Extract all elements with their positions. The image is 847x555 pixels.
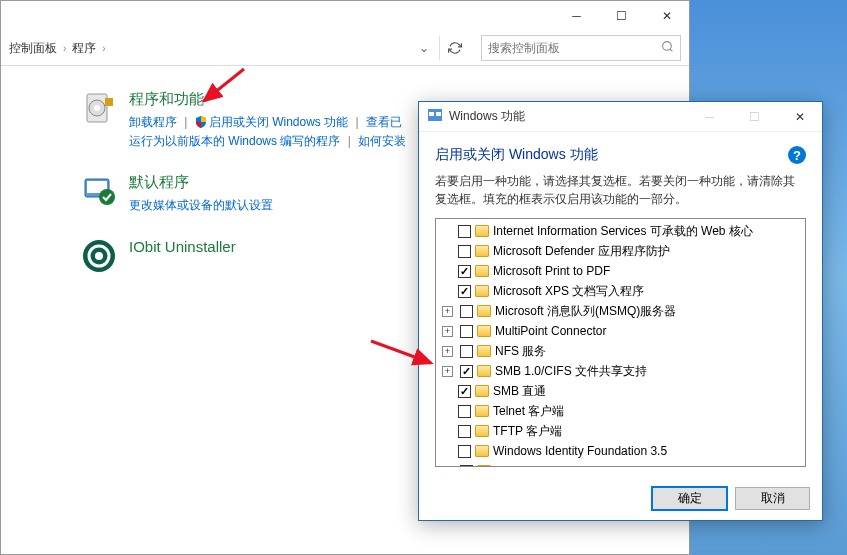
feature-label: Telnet 客户端 [493, 403, 564, 420]
feature-label: Windows PowerShell 2.0 [495, 464, 628, 467]
folder-icon [475, 265, 489, 277]
feature-checkbox[interactable] [460, 465, 473, 468]
feature-label: Windows Identity Foundation 3.5 [493, 444, 667, 458]
shield-icon [195, 115, 207, 127]
breadcrumb-item[interactable]: 程序 [72, 40, 96, 57]
feature-item[interactable]: Microsoft Defender 应用程序防护 [436, 241, 805, 261]
feature-item[interactable]: TFTP 客户端 [436, 421, 805, 441]
svg-point-10 [95, 252, 103, 260]
dialog-heading-row: 启用或关闭 Windows 功能 ? [435, 146, 806, 164]
dialog-titlebar: Windows 功能 ─ ☐ ✕ [419, 102, 822, 132]
folder-icon [477, 305, 491, 317]
feature-label: Internet Information Services 可承载的 Web 核… [493, 223, 753, 240]
ok-button[interactable]: 确定 [652, 487, 727, 510]
section-links: 卸载程序 | 启用或关闭 Windows 功能 | 查看已 运行为以前版本的 W… [129, 113, 406, 151]
folder-icon [475, 385, 489, 397]
expand-toggle[interactable]: + [442, 466, 453, 468]
feature-checkbox[interactable] [458, 225, 471, 238]
section-title: 程序和功能 [129, 90, 406, 109]
main-titlebar: ─ ☐ ✕ [1, 1, 689, 31]
media-defaults-link[interactable]: 更改媒体或设备的默认设置 [129, 198, 273, 212]
feature-checkbox[interactable] [460, 305, 473, 318]
dialog-window-icon [427, 107, 443, 126]
folder-icon [475, 285, 489, 297]
windows-features-dialog: Windows 功能 ─ ☐ ✕ 启用或关闭 Windows 功能 ? 若要启用… [418, 101, 823, 521]
folder-icon [475, 445, 489, 457]
close-button[interactable]: ✕ [644, 1, 689, 31]
maximize-button[interactable]: ☐ [599, 1, 644, 31]
svg-rect-12 [429, 112, 434, 116]
folder-icon [475, 245, 489, 257]
svg-rect-4 [105, 98, 113, 106]
feature-item[interactable]: +Microsoft 消息队列(MSMQ)服务器 [436, 301, 805, 321]
feature-item[interactable]: SMB 直通 [436, 381, 805, 401]
folder-icon [477, 465, 491, 467]
svg-rect-13 [436, 112, 441, 116]
dialog-description: 若要启用一种功能，请选择其复选框。若要关闭一种功能，请清除其复选框。填充的框表示… [435, 172, 806, 208]
expand-toggle[interactable]: + [442, 306, 453, 317]
folder-icon [477, 365, 491, 377]
feature-item[interactable]: Telnet 客户端 [436, 401, 805, 421]
breadcrumb-item[interactable]: 控制面板 [9, 40, 57, 57]
feature-checkbox[interactable] [460, 345, 473, 358]
breadcrumb[interactable]: 控制面板 › 程序 › [9, 40, 106, 57]
feature-checkbox[interactable] [460, 365, 473, 378]
folder-icon [475, 225, 489, 237]
view-installed-link[interactable]: 查看已 [366, 115, 402, 129]
search-input[interactable] [488, 41, 661, 55]
minimize-button[interactable]: ─ [554, 1, 599, 31]
navbar: 控制面板 › 程序 › ⌄ [1, 31, 689, 66]
feature-item[interactable]: Microsoft Print to PDF [436, 261, 805, 281]
dialog-minimize-button[interactable]: ─ [687, 102, 732, 132]
dialog-maximize-button[interactable]: ☐ [732, 102, 777, 132]
expand-toggle[interactable]: + [442, 346, 453, 357]
feature-checkbox[interactable] [458, 445, 471, 458]
history-dropdown-icon[interactable]: ⌄ [419, 41, 429, 55]
expand-toggle[interactable]: + [442, 326, 453, 337]
feature-label: MultiPoint Connector [495, 324, 606, 338]
expand-toggle[interactable]: + [442, 366, 453, 377]
windows-features-link[interactable]: 启用或关闭 Windows 功能 [209, 115, 348, 129]
section-title: IObit Uninstaller [129, 238, 236, 255]
feature-item[interactable]: Internet Information Services 可承载的 Web 核… [436, 221, 805, 241]
dialog-heading: 启用或关闭 Windows 功能 [435, 146, 598, 164]
feature-label: TFTP 客户端 [493, 423, 562, 440]
feature-item[interactable]: +NFS 服务 [436, 341, 805, 361]
dialog-body: 启用或关闭 Windows 功能 ? 若要启用一种功能，请选择其复选框。若要关闭… [419, 132, 822, 477]
search-box[interactable] [481, 35, 681, 61]
svg-point-0 [663, 42, 672, 51]
refresh-button[interactable] [439, 36, 469, 60]
feature-item[interactable]: +Windows PowerShell 2.0 [436, 461, 805, 467]
programs-icon [81, 90, 117, 126]
feature-label: Microsoft Print to PDF [493, 264, 610, 278]
feature-checkbox[interactable] [460, 325, 473, 338]
dialog-window-title: Windows 功能 [449, 108, 525, 125]
how-install-link[interactable]: 如何安装 [358, 134, 406, 148]
feature-checkbox[interactable] [458, 265, 471, 278]
chevron-right-icon: › [63, 43, 66, 54]
feature-checkbox[interactable] [458, 425, 471, 438]
feature-item[interactable]: +MultiPoint Connector [436, 321, 805, 341]
compat-link[interactable]: 运行为以前版本的 Windows 编写的程序 [129, 134, 340, 148]
svg-point-3 [94, 105, 100, 111]
feature-checkbox[interactable] [458, 285, 471, 298]
feature-checkbox[interactable] [458, 245, 471, 258]
dialog-button-bar: 确定 取消 [419, 477, 822, 520]
feature-checkbox[interactable] [458, 405, 471, 418]
search-icon[interactable] [661, 40, 674, 56]
feature-item[interactable]: Windows Identity Foundation 3.5 [436, 441, 805, 461]
folder-icon [475, 425, 489, 437]
iobit-icon [81, 238, 117, 274]
cancel-button[interactable]: 取消 [735, 487, 810, 510]
feature-label: SMB 1.0/CIFS 文件共享支持 [495, 363, 647, 380]
folder-icon [477, 345, 491, 357]
feature-label: Microsoft 消息队列(MSMQ)服务器 [495, 303, 676, 320]
feature-checkbox[interactable] [458, 385, 471, 398]
uninstall-link[interactable]: 卸载程序 [129, 115, 177, 129]
dialog-close-button[interactable]: ✕ [777, 102, 822, 132]
help-icon[interactable]: ? [788, 146, 806, 164]
feature-tree[interactable]: Internet Information Services 可承载的 Web 核… [435, 218, 806, 467]
feature-item[interactable]: +SMB 1.0/CIFS 文件共享支持 [436, 361, 805, 381]
feature-label: SMB 直通 [493, 383, 546, 400]
feature-item[interactable]: Microsoft XPS 文档写入程序 [436, 281, 805, 301]
